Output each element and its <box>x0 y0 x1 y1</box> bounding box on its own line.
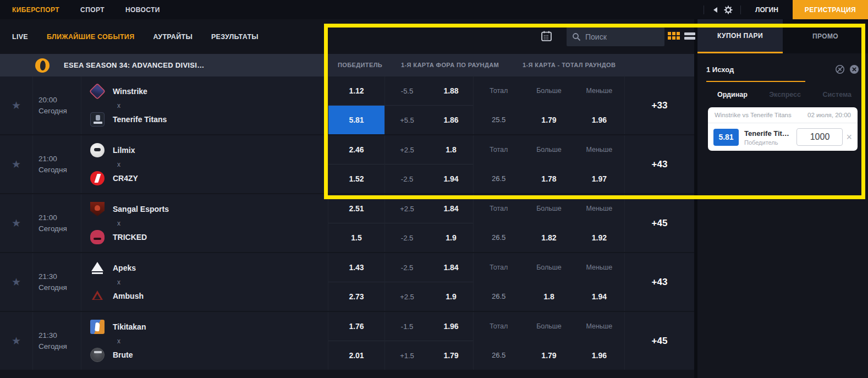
odd-winner2[interactable]: 2.01 <box>328 341 384 370</box>
gear-icon[interactable] <box>724 6 733 14</box>
favorite-star-icon[interactable]: ★ <box>12 277 21 287</box>
collapse-left-icon[interactable] <box>712 6 719 14</box>
tab-live[interactable]: LIVE <box>12 33 28 41</box>
odd-over[interactable]: 1.78 <box>524 165 574 194</box>
no-bets-icon[interactable] <box>835 64 845 74</box>
tab-results[interactable]: РЕЗУЛЬТАТЫ <box>211 33 259 41</box>
match-time: 20:00 <box>39 96 81 104</box>
tab-upcoming-events[interactable]: БЛИЖАЙШИЕ СОБЫТИЯ <box>47 33 134 41</box>
stake-input[interactable] <box>796 128 843 146</box>
bet-type-system[interactable]: Система <box>822 91 851 98</box>
list-view-icon[interactable] <box>684 32 695 40</box>
nav-news[interactable]: НОВОСТИ <box>125 6 160 14</box>
clear-all-icon[interactable] <box>849 64 859 74</box>
odd-handicap1[interactable]: -1.51.96 <box>385 312 473 341</box>
odd-handicap1[interactable]: +2.51.84 <box>385 194 473 223</box>
odd-handicap2[interactable]: -2.51.9 <box>385 223 473 252</box>
handicap2-odd: 1.9 <box>429 233 473 242</box>
odd-over[interactable]: 1.79 <box>524 106 574 135</box>
odd-over[interactable]: 1.79 <box>524 341 574 370</box>
remove-bet-icon[interactable]: × <box>846 132 852 142</box>
handicap2-odd: 1.9 <box>429 292 473 301</box>
odd-handicap1[interactable]: -5.51.88 <box>385 76 473 105</box>
tab-outrights[interactable]: АУТРАЙТЫ <box>153 33 193 41</box>
handicap1-param: +2.5 <box>385 205 429 213</box>
odd-handicap2[interactable]: -2.51.94 <box>385 165 473 193</box>
odd-handicap2[interactable]: +5.51.86 <box>385 106 473 134</box>
toolbar: LIVE БЛИЖАЙШИЕ СОБЫТИЯ АУТРАЙТЫ РЕЗУЛЬТА… <box>0 19 694 54</box>
more-markets-button[interactable]: +33 <box>625 76 694 134</box>
match-teams[interactable]: Lilmix x CR4ZY <box>81 135 328 193</box>
match-teams[interactable]: Apeks x Ambush <box>81 253 328 311</box>
match-row: ★ 21:30 Сегодня Tikitakan x Brute 1.76 2… <box>0 312 694 370</box>
more-markets-button[interactable]: +43 <box>625 253 694 311</box>
tab-coupon[interactable]: КУПОН ПАРИ <box>697 19 783 53</box>
more-markets-button[interactable]: +45 <box>625 194 694 252</box>
more-markets-button[interactable]: +43 <box>625 135 694 193</box>
handicap1-odd: 1.88 <box>429 86 473 95</box>
odd-winner1[interactable]: 1.76 <box>328 312 384 341</box>
more-markets-button[interactable]: +45 <box>625 312 694 370</box>
brute-logo <box>90 348 105 362</box>
odd-handicap2[interactable]: +2.51.9 <box>385 282 473 311</box>
total-label: Тотал <box>474 87 524 95</box>
match-teams[interactable]: Winstrike x Tenerife Titans <box>81 76 328 134</box>
register-button[interactable]: РЕГИСТРАЦИЯ <box>793 0 868 19</box>
time-cell: 21:30 Сегодня <box>33 253 81 311</box>
odd-winner1[interactable]: 1.43 <box>328 253 384 282</box>
favorite-star-icon[interactable]: ★ <box>12 159 21 169</box>
total-label: Тотал <box>474 322 524 330</box>
odd-winner1[interactable]: 2.51 <box>328 194 384 223</box>
odds-area: 2.46 1.52 +2.51.8 -2.51.94 Тотал Больше … <box>328 135 694 193</box>
bet-type-express[interactable]: Экспресс <box>769 91 801 98</box>
cr4zy-logo <box>90 171 105 185</box>
favorite-star-icon[interactable]: ★ <box>12 218 21 228</box>
bet-pick-name: Tenerife Tit… <box>744 129 789 138</box>
login-button[interactable]: ЛОГИН <box>755 6 778 14</box>
odd-winner1[interactable]: 2.46 <box>328 135 384 164</box>
total-value: 26.5 <box>474 174 524 183</box>
handicap2-odd: 1.94 <box>429 174 473 183</box>
search-icon <box>572 32 581 41</box>
bet-market-name: Победитель <box>744 139 796 146</box>
match-teams[interactable]: Sangal Esports x TRICKED <box>81 194 328 252</box>
nav-cybersport[interactable]: КИБЕРСПОРТ <box>12 6 59 14</box>
odd-under[interactable]: 1.96 <box>574 341 624 370</box>
match-date: Сегодня <box>39 166 81 174</box>
total-label: Тотал <box>474 205 524 212</box>
total-value: 26.5 <box>474 292 524 300</box>
favorite-cell: ★ <box>0 312 33 370</box>
handicap1-odd: 1.84 <box>429 204 473 213</box>
ambush-logo <box>90 289 105 303</box>
odd-winner2[interactable]: 2.73 <box>328 282 384 311</box>
odd-winner1[interactable]: 1.12 <box>328 76 384 105</box>
calendar-icon[interactable] <box>541 30 552 42</box>
odd-over[interactable]: 1.8 <box>524 282 574 311</box>
odd-winner2[interactable]: 1.52 <box>328 165 384 193</box>
odd-winner2[interactable]: 1.5 <box>328 223 384 252</box>
league-header[interactable]: ESEA SEASON 34: ADVANCED DIVISI… <box>0 54 328 76</box>
odd-under[interactable]: 1.97 <box>574 165 624 194</box>
odd-handicap2[interactable]: +1.51.79 <box>385 341 473 370</box>
odd-over[interactable]: 1.82 <box>524 223 574 253</box>
topbar-right: ЛОГИН РЕГИСТРАЦИЯ <box>696 0 868 19</box>
odd-handicap1[interactable]: +2.51.8 <box>385 135 473 164</box>
market-headers: ПОБЕДИТЕЛЬ 1-Я КАРТА ФОРА ПО РАУНДАМ 1-Я… <box>328 54 694 76</box>
grid-view-icon[interactable] <box>668 32 680 40</box>
team1-name: Sangal Esports <box>113 205 169 213</box>
match-teams[interactable]: Tikitakan x Brute <box>81 312 328 370</box>
favorite-star-icon[interactable]: ★ <box>12 100 21 111</box>
nav-sport[interactable]: СПОРТ <box>80 6 105 14</box>
search-input[interactable] <box>585 32 659 41</box>
odd-under[interactable]: 1.94 <box>574 282 624 311</box>
tenerife-titans-logo <box>90 112 105 127</box>
odd-under[interactable]: 1.96 <box>574 106 624 135</box>
odd-winner2-selected[interactable]: 5.81 <box>328 106 384 134</box>
odd-handicap1[interactable]: -2.51.84 <box>385 253 473 282</box>
bet-type-single[interactable]: Ординар <box>717 91 748 98</box>
favorite-star-icon[interactable]: ★ <box>12 336 21 346</box>
over-label: Больше <box>524 205 574 212</box>
team1-name: Winstrike <box>113 87 147 96</box>
tab-promo[interactable]: ПРОМО <box>783 19 868 53</box>
odd-under[interactable]: 1.92 <box>574 223 624 253</box>
